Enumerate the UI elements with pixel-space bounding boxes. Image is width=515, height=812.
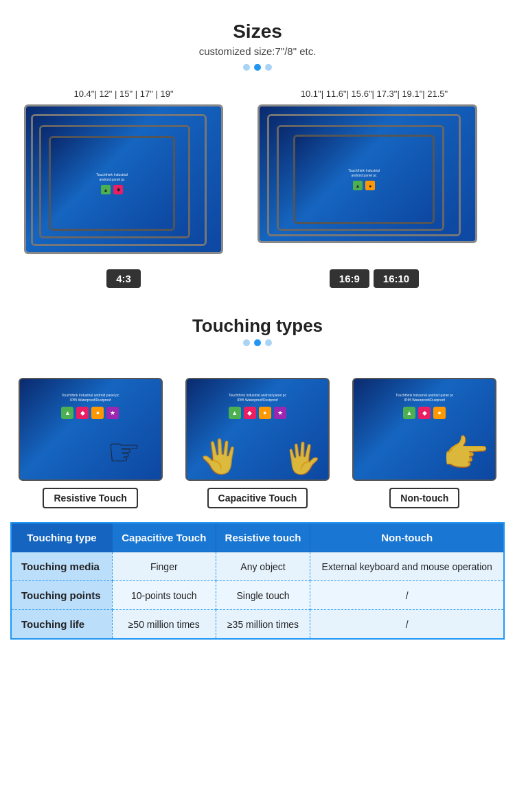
hand-single-icon: ☞: [107, 430, 141, 474]
ratio-badges-wide: 16:9 16:10: [330, 269, 419, 288]
size-label-43: 10.4"| 12" | 15" | 17" | 19": [73, 89, 173, 99]
table-cell-media-res: Any object: [216, 552, 310, 581]
table-section: Touching type Capacitive Touch Resistive…: [0, 515, 515, 653]
table-cell-life-cap: ≥50 million times: [112, 610, 216, 640]
touch-card-capacitive: Touchthink Industrial android panel pcIP…: [182, 378, 333, 508]
table-col-header-2: Resistive touch: [216, 523, 310, 552]
table-col-header-0: Touching type: [11, 523, 112, 552]
touch-dot-2[interactable]: [254, 339, 261, 346]
monitor-screen-w4: Touchthink Industrialandroid panel pc ▲ …: [295, 137, 433, 222]
table-cell-points-non: /: [310, 581, 504, 610]
hand-multi-right-icon: 🖐: [284, 440, 321, 476]
capacitive-touch-label: Capacitive Touch: [207, 488, 308, 508]
touch-card-nontouch: Touchthink Industrial android panel pcIP…: [349, 378, 500, 508]
hand-multi-left-icon: 🖐: [199, 438, 240, 476]
touch-card-img-nontouch: Touchthink Industrial android panel pcIP…: [352, 378, 496, 481]
table-cell-points-cap: 10-points touch: [112, 581, 216, 610]
monitor-frame-4: Touchthink Industrialandroid panel pc ▲ …: [49, 136, 175, 231]
touching-dot-nav: [14, 339, 501, 346]
monitor-stack-wide: Touchthink Industrial android panel pcIP…: [258, 104, 491, 262]
size-group-wide: 10.1"| 11.6"| 15.6"| 17.3"| 19.1"| 21.5"…: [258, 89, 491, 288]
table-cell-media-non: External keyboard and mouse operation: [310, 552, 504, 581]
ratio-badge-1610: 16:10: [374, 269, 419, 288]
ratio-badge-169: 16:9: [330, 269, 369, 288]
monitor-frame-w4: Touchthink Industrialandroid panel pc ▲ …: [293, 135, 435, 224]
touch-dot-3[interactable]: [265, 339, 272, 346]
table-row-points: Touching points 10-points touch Single t…: [11, 581, 504, 610]
sizes-row: 10.4"| 12" | 15" | 17" | 19" Touchthink …: [0, 89, 515, 288]
touch-cards-row: Touchthink Industrial android panel pcIP…: [0, 364, 515, 515]
touch-dot-1[interactable]: [243, 339, 250, 346]
table-row-label-points: Touching points: [11, 581, 112, 610]
dot-3[interactable]: [265, 64, 272, 71]
touch-card-resistive: Touchthink Industrial android panel pcIP…: [15, 378, 166, 508]
resistive-touch-label: Resistive Touch: [43, 488, 137, 508]
touch-comparison-table: Touching type Capacitive Touch Resistive…: [10, 522, 505, 640]
size-label-wide: 10.1"| 11.6"| 15.6"| 17.3"| 19.1"| 21.5": [301, 89, 448, 99]
table-row-life: Touching life ≥50 million times ≥35 mill…: [11, 610, 504, 640]
sizes-subtitle: customized size:7"/8" etc.: [14, 45, 501, 57]
table-row-media: Touching media Finger Any object Externa…: [11, 552, 504, 581]
ratio-badges-43: 4:3: [106, 269, 141, 288]
size-group-43: 10.4"| 12" | 15" | 17" | 19" Touchthink …: [24, 89, 223, 288]
ratio-badge-43: 4:3: [106, 269, 141, 288]
dot-1[interactable]: [243, 64, 250, 71]
table-col-header-3: Non-touch: [310, 523, 504, 552]
monitor-stack-43: Touchthink Industrial android panel pcIP…: [24, 104, 223, 262]
touch-card-img-capacitive: Touchthink Industrial android panel pcIP…: [185, 378, 330, 481]
table-col-header-1: Capacitive Touch: [112, 523, 216, 552]
sizes-title: Sizes: [14, 21, 501, 43]
table-row-label-life: Touching life: [11, 610, 112, 640]
sizes-section: Sizes customized size:7"/8" etc.: [0, 0, 515, 89]
sizes-dot-nav: [14, 64, 501, 71]
table-cell-media-cap: Finger: [112, 552, 216, 581]
hand-point-icon: 👉: [442, 431, 490, 476]
dot-2[interactable]: [254, 64, 261, 71]
touching-section: Touching types: [0, 302, 515, 364]
touching-title: Touching types: [14, 315, 501, 337]
touch-card-img-resistive: Touchthink Industrial android panel pcIP…: [19, 378, 163, 481]
table-cell-points-res: Single touch: [216, 581, 310, 610]
table-cell-life-res: ≥35 million times: [216, 610, 310, 640]
nontouch-label: Non-touch: [389, 488, 459, 508]
table-cell-life-non: /: [310, 610, 504, 640]
monitor-screen-4: Touchthink Industrialandroid panel pc ▲ …: [51, 138, 173, 229]
table-row-label-media: Touching media: [11, 552, 112, 581]
table-header-row: Touching type Capacitive Touch Resistive…: [11, 523, 504, 552]
